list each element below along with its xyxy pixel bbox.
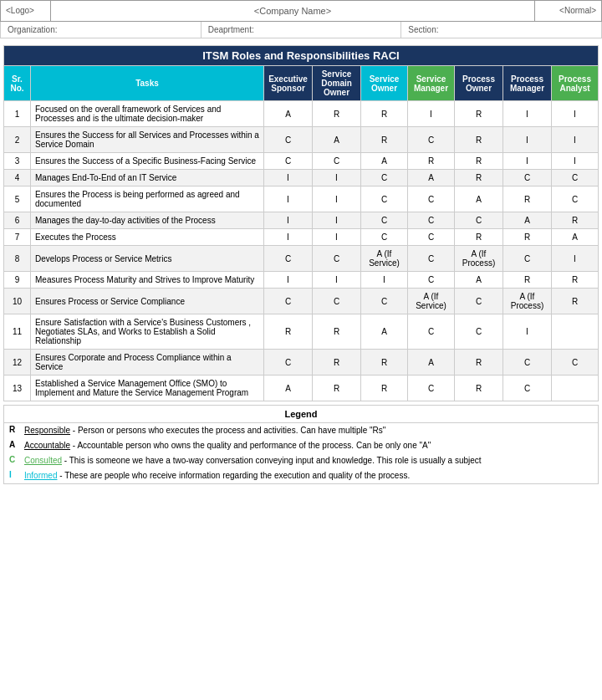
cell-so: A: [361, 314, 408, 350]
header-bar: <Logo> <Company Name> <Normal>: [0, 0, 602, 22]
cell-so: C: [361, 289, 408, 314]
cell-task: Ensure Satisfaction with a Service's Bus…: [31, 314, 264, 350]
cell-so: C: [361, 170, 408, 186]
table-row: 8 Develops Process or Service Metrics C …: [4, 246, 599, 272]
cell-sdo: I: [313, 212, 361, 229]
cell-task: Manages the day-to-day activities of the…: [31, 212, 264, 229]
cell-sm: A: [408, 170, 455, 186]
cell-po: R: [455, 101, 503, 127]
cell-sdo: I: [313, 170, 361, 186]
cell-pm: R: [503, 229, 552, 246]
cell-sdo: I: [313, 272, 361, 289]
cell-sm: R: [408, 153, 455, 170]
cell-so: R: [361, 127, 408, 153]
cell-exec: I: [264, 186, 313, 212]
cell-po: C: [455, 314, 503, 350]
legend-key: C: [9, 455, 21, 464]
cell-pm: C: [503, 376, 552, 401]
cell-srno: 6: [4, 212, 31, 229]
cell-pa: R: [552, 272, 599, 289]
title-row: ITSM Roles and Responsibilities RACI: [4, 46, 599, 66]
cell-pa: A: [552, 229, 599, 246]
cell-so: A (If Service): [361, 246, 408, 272]
col-header-pa: Process Analyst: [552, 66, 599, 101]
cell-sm: C: [408, 272, 455, 289]
section-label: Section:: [408, 25, 438, 34]
company-name: <Company Name>: [51, 1, 534, 21]
cell-pa: I: [552, 153, 599, 170]
cell-pa: C: [552, 170, 599, 186]
legend-text: Informed - These are people who receive …: [24, 470, 593, 482]
legend-item: R Responsible - Person or persons who ex…: [4, 423, 598, 438]
dept-cell: Deaprtment:: [202, 22, 402, 38]
legend-text: Accountable - Accountable person who own…: [24, 440, 593, 452]
legend-link[interactable]: Informed: [24, 471, 57, 480]
legend-item: C Consulted - This is someone we have a …: [4, 453, 598, 468]
legend-link[interactable]: Accountable: [24, 441, 70, 450]
cell-sm: C: [408, 229, 455, 246]
cell-so: A: [361, 153, 408, 170]
table-row: 11 Ensure Satisfaction with a Service's …: [4, 314, 599, 350]
cell-task: Ensures the Success for all Services and…: [31, 127, 264, 153]
cell-sdo: R: [313, 376, 361, 401]
legend-text: Consulted - This is someone we have a tw…: [24, 455, 593, 467]
cell-task: Ensures the Process is being performed a…: [31, 186, 264, 212]
cell-sdo: I: [313, 186, 361, 212]
legend-title: Legend: [4, 406, 598, 423]
org-label: Organization:: [8, 25, 57, 34]
cell-exec: C: [264, 289, 313, 314]
cell-pm: C: [503, 246, 552, 272]
legend-text: Responsible - Person or persons who exec…: [24, 425, 593, 437]
legend-key: I: [9, 470, 21, 479]
cell-sdo: I: [313, 229, 361, 246]
cell-pm: I: [503, 101, 552, 127]
cell-pa: [552, 376, 599, 401]
table-row: 9 Measures Process Maturity and Strives …: [4, 272, 599, 289]
cell-pm: C: [503, 350, 552, 376]
cell-srno: 13: [4, 376, 31, 401]
cell-srno: 4: [4, 170, 31, 186]
cell-sm: C: [408, 186, 455, 212]
cell-exec: I: [264, 170, 313, 186]
cell-pa: R: [552, 212, 599, 229]
cell-sm: A (If Service): [408, 289, 455, 314]
cell-sdo: C: [313, 246, 361, 272]
col-header-po: Process Owner: [455, 66, 503, 101]
logo: <Logo>: [1, 1, 51, 21]
cell-exec: I: [264, 272, 313, 289]
cell-po: R: [455, 376, 503, 401]
col-header-pm: Process Manager: [503, 66, 552, 101]
cell-sm: C: [408, 127, 455, 153]
cell-srno: 12: [4, 350, 31, 376]
cell-srno: 7: [4, 229, 31, 246]
col-header-sm: Service Manager: [408, 66, 455, 101]
legend-item: I Informed - These are people who receiv…: [4, 468, 598, 483]
cell-exec: C: [264, 153, 313, 170]
table-row: 6 Manages the day-to-day activities of t…: [4, 212, 599, 229]
col-header-srno: Sr. No.: [4, 66, 31, 101]
col-header-sdo: Service Domain Owner: [313, 66, 361, 101]
legend-item: A Accountable - Accountable person who o…: [4, 438, 598, 453]
cell-so: R: [361, 376, 408, 401]
cell-exec: A: [264, 101, 313, 127]
legend-link[interactable]: Responsible: [24, 426, 70, 435]
cell-po: R: [455, 127, 503, 153]
cell-srno: 5: [4, 186, 31, 212]
cell-pm: I: [503, 153, 552, 170]
cell-srno: 3: [4, 153, 31, 170]
cell-pa: I: [552, 246, 599, 272]
cell-sm: I: [408, 101, 455, 127]
table-row: 13 Established a Service Management Offi…: [4, 376, 599, 401]
cell-task: Ensures Corporate and Process Compliance…: [31, 350, 264, 376]
cell-sm: C: [408, 246, 455, 272]
legend-section: Legend R Responsible - Person or persons…: [3, 405, 599, 484]
cell-srno: 11: [4, 314, 31, 350]
cell-pm: I: [503, 127, 552, 153]
cell-so: C: [361, 212, 408, 229]
cell-exec: C: [264, 350, 313, 376]
cell-sm: C: [408, 314, 455, 350]
cell-po: A: [455, 272, 503, 289]
cell-sdo: R: [313, 101, 361, 127]
legend-link[interactable]: Consulted: [24, 456, 62, 465]
cell-pa: R: [552, 289, 599, 314]
